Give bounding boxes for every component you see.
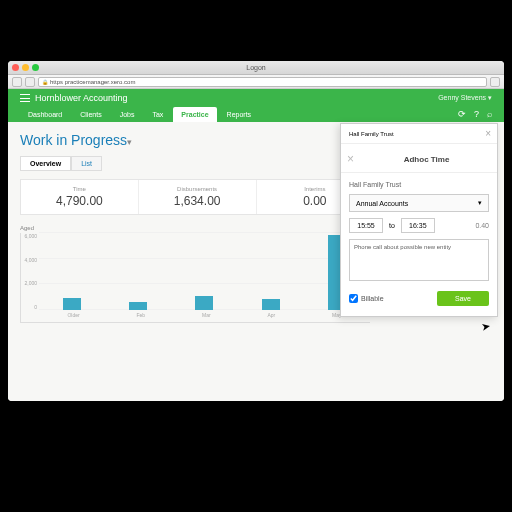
menu-icon[interactable] — [20, 94, 30, 102]
subtab-list[interactable]: List — [71, 156, 102, 171]
tab-dashboard[interactable]: Dashboard — [20, 107, 70, 122]
chevron-down-icon: ▾ — [478, 199, 482, 207]
refresh-icon[interactable]: ⟳ — [458, 109, 466, 119]
chart-bar — [262, 299, 280, 310]
chart-bar — [63, 298, 81, 310]
main-nav: Dashboard Clients Jobs Tax Practice Repo… — [8, 107, 504, 122]
panel-search-close-icon[interactable]: × — [485, 128, 491, 139]
note-textarea[interactable]: Phone call about possible new entity — [349, 239, 489, 281]
brand-name: Hornblower Accounting — [35, 93, 128, 103]
subtab-overview[interactable]: Overview — [20, 156, 71, 171]
time-from-input[interactable] — [349, 218, 383, 233]
help-icon[interactable]: ? — [474, 109, 479, 119]
tab-reports[interactable]: Reports — [219, 107, 260, 122]
aged-bar-chart: 6,0004,0002,0000 OlderFebMarAprMay — [20, 233, 370, 323]
kpi-time: Time4,790.00 — [21, 180, 139, 214]
window-title: Logon — [8, 64, 504, 71]
tab-clients[interactable]: Clients — [72, 107, 109, 122]
url-input[interactable]: 🔒https practicemanager.xero.com — [38, 77, 487, 87]
panel-search-input[interactable] — [347, 129, 481, 139]
browser-toolbar: 🔒https practicemanager.xero.com — [8, 75, 504, 89]
tab-tax[interactable]: Tax — [144, 107, 171, 122]
user-menu[interactable]: Genny Stevens ▾ — [438, 94, 492, 102]
account-select[interactable]: Annual Accounts▾ — [349, 194, 489, 212]
billable-checkbox[interactable]: Billable — [349, 294, 384, 303]
chart-bar — [129, 302, 147, 310]
lock-icon: 🔒 — [42, 79, 48, 85]
tab-practice[interactable]: Practice — [173, 107, 216, 122]
time-to-input[interactable] — [401, 218, 435, 233]
forward-button[interactable] — [25, 77, 35, 87]
back-button[interactable] — [12, 77, 22, 87]
adhoc-time-panel: × × Adhoc Time Hall Family Trust Annual … — [340, 123, 498, 317]
tab-jobs[interactable]: Jobs — [112, 107, 143, 122]
aged-label: Aged — [20, 225, 34, 231]
reader-button[interactable] — [490, 77, 500, 87]
to-label: to — [389, 222, 395, 229]
app-header: Hornblower Accounting Genny Stevens ▾ — [8, 89, 504, 107]
panel-client-name: Hall Family Trust — [349, 181, 489, 188]
window-titlebar: Logon — [8, 61, 504, 75]
panel-title: Adhoc Time — [362, 155, 491, 164]
kpi-disbursements: Disbursements1,634.00 — [139, 180, 257, 214]
panel-close-icon[interactable]: × — [347, 152, 354, 166]
duration-value: 0.40 — [475, 222, 489, 229]
chart-bar — [195, 296, 213, 310]
save-button[interactable]: Save — [437, 291, 489, 306]
search-icon[interactable]: ⌕ — [487, 109, 492, 119]
url-text: https practicemanager.xero.com — [50, 79, 135, 85]
